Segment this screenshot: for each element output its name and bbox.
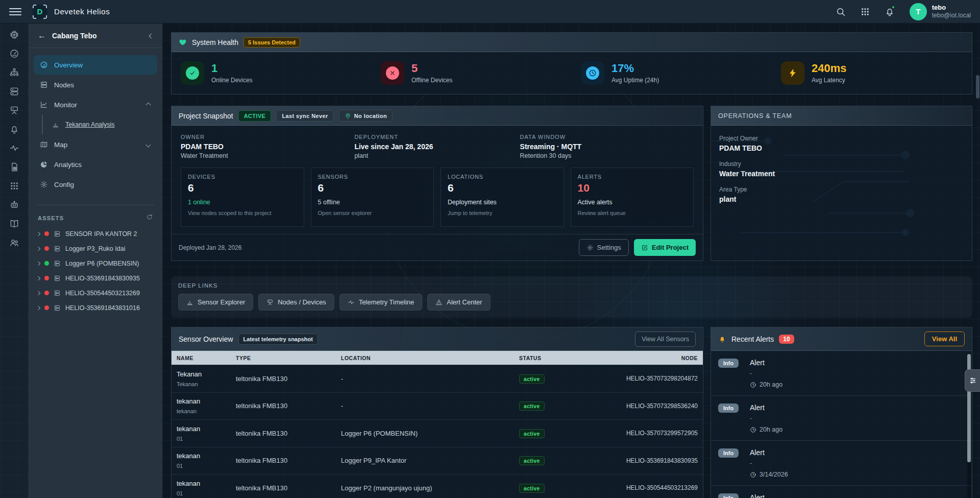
icon-rail <box>0 23 29 498</box>
sensor-overview-panel: Sensor Overview Latest telemetry snapsho… <box>171 327 703 498</box>
table-row[interactable]: tekanan01 teltonika FMB130 Logger P9_IPA… <box>172 447 703 475</box>
clock-icon <box>750 471 756 478</box>
location-badge: No location <box>339 110 393 122</box>
status-badge: active <box>519 401 545 411</box>
gear-icon <box>586 244 594 251</box>
rail-item-alerts[interactable] <box>5 123 23 135</box>
table-row[interactable]: TekananTekanan teltonika FMB130 - active… <box>172 365 703 392</box>
sidebar-item-config[interactable]: Config <box>34 175 157 194</box>
status-badge: ACTIVE <box>238 110 272 122</box>
operations-team-panel: OPERATIONS & TEAM Project OwnerPDAM TEBO <box>710 106 972 261</box>
rail-item-apps[interactable] <box>5 180 23 192</box>
rail-item-team[interactable] <box>5 236 23 249</box>
alert-center-link[interactable]: Alert Center <box>427 294 490 311</box>
chevron-up-icon <box>146 102 151 107</box>
refresh-assets-icon[interactable] <box>146 214 153 222</box>
back-arrow-icon[interactable]: ← <box>36 31 48 40</box>
main-content: System Health 5 Issues Detected 1Online … <box>162 23 980 498</box>
asset-item[interactable]: SENSOR IPA KANTOR 2 <box>29 226 162 241</box>
operations-title: OPERATIONS & TEAM <box>718 112 792 120</box>
deployment-field: DEPLOYMENT Live since Jan 28, 2026 plant <box>354 134 520 159</box>
sidebar-item-overview[interactable]: Overview <box>34 55 157 75</box>
stat-avg-latency: 240msAvg Latency <box>772 61 972 85</box>
gear-icon <box>40 180 48 188</box>
asset-item[interactable]: HELIO-350544503213269 <box>29 286 162 300</box>
settings-button[interactable]: Settings <box>579 239 629 256</box>
devices-card[interactable]: DEVICES 6 1 online View nodes scoped to … <box>181 168 304 227</box>
rail-item-dashboard[interactable] <box>5 48 23 60</box>
table-header: NAME TYPE LOCATION STATUS NODE <box>172 351 703 365</box>
user-email: tebo@iot.local <box>932 12 971 19</box>
chevron-down-icon <box>146 142 151 147</box>
rail-item-docs[interactable] <box>5 218 23 230</box>
app-root: D Devetek Helios T tebo tebo@iot.local <box>0 0 980 498</box>
view-all-alerts-button[interactable]: View All <box>924 331 965 346</box>
alert-item[interactable]: Info Alert <box>711 486 972 498</box>
notification-dot <box>891 5 895 9</box>
alert-item[interactable]: Info Alert - 20h ago <box>711 351 972 396</box>
locations-card[interactable]: LOCATIONS 6 Deployment sites Jump to tel… <box>440 168 564 227</box>
sensor-explorer-link[interactable]: Sensor Explorer <box>178 294 253 311</box>
severity-badge: Info <box>718 359 739 368</box>
ops-field: Project OwnerPDAM TEBO <box>719 135 964 152</box>
clock-icon <box>581 61 604 85</box>
telemetry-timeline-link[interactable]: Telemetry Timeline <box>339 294 422 311</box>
table-row[interactable]: tekanan01 teltonika FMB130 Logger P2 (ma… <box>172 474 703 498</box>
severity-badge: Info <box>718 448 739 458</box>
app-title: Devetek Helios <box>54 7 110 16</box>
owner-field: OWNER PDAM TEBO Water Treatment <box>181 134 354 159</box>
alert-item[interactable]: Info Alert - 20h ago <box>711 396 972 441</box>
sidebar-item-nodes[interactable]: Nodes <box>34 75 157 94</box>
chevron-right-icon <box>36 291 40 295</box>
sidebar: ← Cabang Tebo Overview Nodes Monitor Tek… <box>29 23 162 498</box>
search-icon[interactable] <box>832 3 849 20</box>
edit-project-button[interactable]: Edit Project <box>634 239 696 256</box>
chevron-right-icon <box>36 261 40 265</box>
hamburger-menu-icon[interactable] <box>9 8 21 15</box>
table-row[interactable]: tekanantekanan teltonika FMB130 - active… <box>172 392 703 420</box>
stat-avg-uptime: 17%Avg Uptime (24h) <box>572 61 772 85</box>
project-snapshot-panel: Project Snapshot ACTIVE Last sync Never … <box>171 106 703 261</box>
sidebar-item-analytics[interactable]: Analytics <box>34 155 157 174</box>
sidebar-item-map[interactable]: Map <box>34 135 157 154</box>
page-scrollbar[interactable] <box>976 23 979 498</box>
rail-item-topology[interactable] <box>5 66 23 79</box>
server-icon <box>54 260 61 267</box>
table-row[interactable]: tekanan01 teltonika FMB130 Logger P6 (PO… <box>172 419 703 447</box>
sidebar-item-tekanan-analysis[interactable]: Tekanan Analysis <box>42 115 157 134</box>
deep-links-heading: DEEP LINKS <box>178 282 965 289</box>
alerts-list: Info Alert - 20h ago Info Alert - <box>711 351 972 498</box>
chart-column-icon <box>52 121 59 128</box>
asset-item[interactable]: HELIO-353691843830935 <box>29 271 162 286</box>
user-menu[interactable]: T tebo tebo@iot.local <box>910 3 971 20</box>
sidebar-item-monitor[interactable]: Monitor <box>34 95 157 114</box>
sensors-card[interactable]: SENSORS 6 5 offline Open sensor explorer <box>311 168 434 227</box>
nodes-devices-link[interactable]: Nodes / Devices <box>258 294 334 311</box>
view-all-sensors-button[interactable]: View All Sensors <box>635 331 696 347</box>
server-icon <box>54 304 61 312</box>
recent-alerts-title: Recent Alerts <box>731 335 774 343</box>
rail-item-sim[interactable] <box>5 161 23 173</box>
alert-item[interactable]: Info Alert - 3/14/2026 <box>711 441 972 486</box>
apps-grid-icon[interactable] <box>856 3 874 20</box>
notifications-bell-icon[interactable] <box>881 3 898 20</box>
sidebar-nav: Overview Nodes Monitor Tekanan Analysis … <box>29 48 162 200</box>
logo-letter: D <box>37 7 43 16</box>
assets-heading: ASSETS <box>38 215 64 221</box>
status-badge: active <box>519 429 545 438</box>
asset-item[interactable]: Logger P3_Ruko Idai <box>29 241 162 256</box>
asset-item[interactable]: HELIO-353691843831016 <box>29 300 162 315</box>
alerts-card[interactable]: ALERTS 10 Active alerts Review alert que… <box>571 168 694 227</box>
collapse-sidebar-icon[interactable] <box>148 30 155 41</box>
x-circle-icon <box>381 61 404 85</box>
severity-badge: Info <box>718 493 739 498</box>
rail-item-devices[interactable] <box>5 29 23 41</box>
rail-item-activity[interactable] <box>5 142 23 154</box>
scrollbar-thumb[interactable] <box>976 75 979 99</box>
rail-item-hosts[interactable] <box>5 104 23 116</box>
rail-item-assistant[interactable] <box>5 199 23 211</box>
rail-item-servers[interactable] <box>5 85 23 98</box>
asset-item[interactable]: Logger P6 (POMBENSIN) <box>29 256 162 271</box>
widget-drawer-handle[interactable] <box>965 369 980 392</box>
issues-badge: 5 Issues Detected <box>243 37 300 48</box>
